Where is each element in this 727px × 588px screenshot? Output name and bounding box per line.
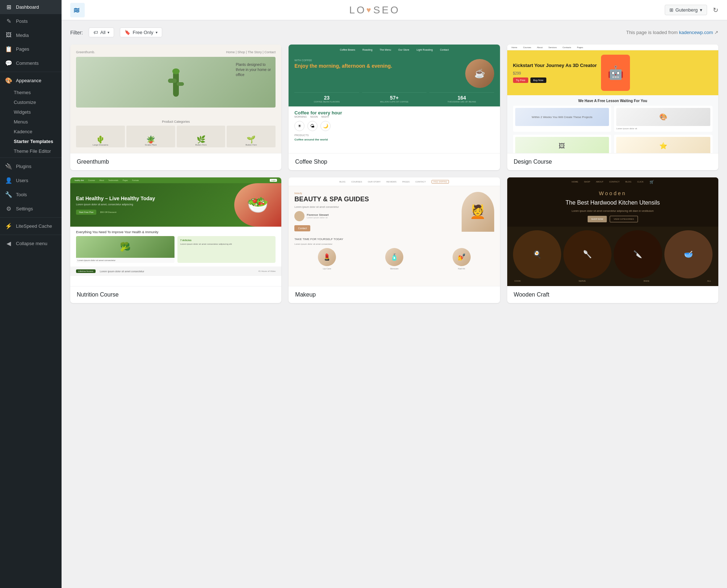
- sidebar-item-plugins[interactable]: 🔌 Plugins: [0, 159, 62, 173]
- sidebar-sub-customize[interactable]: Customize: [0, 97, 62, 107]
- sidebar-item-label: Appearance: [16, 78, 41, 83]
- content-area: Filter: 🏷 All ▾ 🔖 Free Only ▾ This page …: [62, 20, 727, 588]
- sidebar-item-label: Dashboard: [16, 4, 39, 10]
- sidebar-sub-widgets[interactable]: Widgets: [0, 107, 62, 117]
- sidebar-item-label: Comments: [16, 60, 39, 66]
- gutenberg-button[interactable]: ⊞ Gutenberg ▾: [665, 5, 707, 15]
- sidebar-item-settings[interactable]: ⚙ Settings: [0, 202, 62, 216]
- chevron-down-icon: ▾: [108, 30, 109, 34]
- sidebar-item-dashboard[interactable]: ⊞ Dashboard: [0, 0, 62, 14]
- template-title-greenthumb: Greenthumb: [70, 153, 281, 170]
- sidebar-item-label: Plugins: [16, 164, 31, 169]
- sidebar-item-users[interactable]: 👤 Users: [0, 173, 62, 188]
- svg-rect-4: [177, 82, 184, 86]
- page-source-text: This page is loaded from: [626, 30, 677, 35]
- sidebar-item-label: Users: [16, 178, 28, 183]
- media-icon: 🖼: [5, 32, 12, 38]
- tools-icon: 🔧: [5, 191, 12, 198]
- chevron-down-icon: ▾: [700, 7, 702, 13]
- template-card-wooden-craft[interactable]: HOMESHOPABOUTCONTACTBLOGCLICK 🛒 Wooden T…: [507, 177, 718, 303]
- divider: [0, 158, 62, 158]
- template-card-coffee-shop[interactable]: Coffee BeansRoastingThe MenuOur StoreLig…: [289, 45, 500, 170]
- svg-rect-3: [168, 79, 177, 83]
- sidebar-item-label: Posts: [16, 18, 28, 24]
- appearance-icon: 🎨: [5, 77, 12, 84]
- sidebar-item-posts[interactable]: ✎ Posts: [0, 14, 62, 28]
- template-preview-design-course: Home Courses About Services Contacts Pag…: [507, 45, 718, 153]
- filter-free-button[interactable]: 🔖 Free Only ▾: [120, 28, 162, 37]
- sidebar: ⊞ Dashboard ✎ Posts 🖼 Media 📋 Pages 💬 Co…: [0, 0, 62, 588]
- divider: [0, 72, 62, 72]
- pages-icon: 📋: [5, 46, 12, 52]
- kadence-link[interactable]: kadencewp.com: [679, 30, 713, 35]
- logo-text-seo: SEO: [373, 4, 400, 16]
- divider: [0, 217, 62, 218]
- template-title-wooden-craft: Wooden Craft: [507, 286, 718, 303]
- sidebar-item-tools[interactable]: 🔧 Tools: [0, 188, 62, 202]
- comments-icon: 💬: [5, 60, 12, 67]
- filter-bar: Filter: 🏷 All ▾ 🔖 Free Only ▾ This page …: [70, 28, 718, 37]
- collapse-label: Collapse menu: [16, 241, 47, 246]
- template-title-nutrition-course: Nutrition Course: [70, 286, 281, 303]
- template-grid: Greenthumb. Home | Shop | The Story | Co…: [70, 45, 718, 303]
- sidebar-sub-starter-templates[interactable]: Starter Templates: [0, 136, 62, 146]
- template-preview-nutrition-course: healthy diet Courses About Testimonials …: [70, 177, 281, 286]
- template-preview-makeup: BLOGCOURSESOUR STORYREVIEWSPAGESCONTACT …: [289, 177, 500, 286]
- posts-icon: ✎: [5, 18, 12, 25]
- topbar-right: ⊞ Gutenberg ▾ ↻: [665, 5, 718, 15]
- template-preview-coffee-shop: Coffee BeansRoastingThe MenuOur StoreLig…: [289, 45, 500, 153]
- gutenberg-label: Gutenberg: [676, 7, 698, 13]
- bookmark-icon: 🔖: [125, 30, 130, 35]
- sidebar-item-label: Pages: [16, 46, 29, 52]
- svg-text:≋: ≋: [73, 6, 80, 15]
- sidebar-sub-kadence[interactable]: Kadence: [0, 127, 62, 136]
- sidebar-item-comments[interactable]: 💬 Comments: [0, 56, 62, 70]
- logo-heart-icon: ♥: [366, 5, 373, 15]
- divider: [0, 235, 62, 235]
- sidebar-item-appearance[interactable]: 🎨 Appearance: [0, 74, 62, 88]
- template-card-nutrition-course[interactable]: healthy diet Courses About Testimonials …: [70, 177, 281, 303]
- site-logo-icon: ≋: [70, 3, 85, 17]
- filter-left: Filter: 🏷 All ▾ 🔖 Free Only ▾: [70, 28, 162, 37]
- sidebar-item-label: Tools: [16, 192, 27, 197]
- refresh-button[interactable]: ↻: [713, 6, 718, 14]
- topbar: ≋ LO ♥ SEO ⊞ Gutenberg ▾ ↻: [62, 0, 727, 20]
- filter-source-info: This page is loaded from kadencewp.com ↗: [626, 30, 718, 35]
- template-card-greenthumb[interactable]: Greenthumb. Home | Shop | The Story | Co…: [70, 45, 281, 170]
- template-title-design-course: Design Course: [507, 153, 718, 170]
- sidebar-item-label: LiteSpeed Cache: [16, 223, 52, 229]
- sidebar-sub-themes[interactable]: Themes: [0, 88, 62, 97]
- gutenberg-icon: ⊞: [669, 7, 673, 13]
- external-link-icon: ↗: [714, 30, 718, 35]
- tag-icon: 🏷: [93, 30, 98, 35]
- sidebar-sub-theme-file-editor[interactable]: Theme File Editor: [0, 146, 62, 156]
- svg-point-5: [172, 68, 180, 74]
- topbar-logo: ≋: [70, 3, 85, 17]
- plugins-icon: 🔌: [5, 163, 12, 170]
- sidebar-item-litespeed[interactable]: ⚡ LiteSpeed Cache: [0, 219, 62, 233]
- sidebar-item-media[interactable]: 🖼 Media: [0, 28, 62, 42]
- sidebar-item-label: Settings: [16, 206, 33, 211]
- site-title: LO ♥ SEO: [349, 4, 400, 16]
- template-title-makeup: Makeup: [289, 286, 500, 303]
- sidebar-item-pages[interactable]: 📋 Pages: [0, 42, 62, 56]
- sidebar-sub-menus[interactable]: Menus: [0, 117, 62, 127]
- filter-label: Filter:: [70, 30, 83, 35]
- sidebar-item-collapse[interactable]: ◀ Collapse menu: [0, 236, 62, 251]
- filter-all-button[interactable]: 🏷 All ▾: [89, 28, 114, 37]
- template-card-design-course[interactable]: Home Courses About Services Contacts Pag…: [507, 45, 718, 170]
- template-preview-wooden-craft: HOMESHOPABOUTCONTACTBLOGCLICK 🛒 Wooden T…: [507, 177, 718, 286]
- chevron-down-icon: ▾: [156, 30, 157, 34]
- main-area: ≋ LO ♥ SEO ⊞ Gutenberg ▾ ↻ Filter: 🏷 All: [62, 0, 727, 588]
- dashboard-icon: ⊞: [5, 4, 12, 10]
- collapse-icon: ◀: [5, 240, 12, 247]
- filter-free-label: Free Only: [133, 30, 153, 35]
- users-icon: 👤: [5, 177, 12, 184]
- litespeed-icon: ⚡: [5, 223, 12, 230]
- template-title-coffee-shop: Coffee Shop: [289, 153, 500, 170]
- template-preview-greenthumb: Greenthumb. Home | Shop | The Story | Co…: [70, 45, 281, 153]
- logo-text-lo: LO: [349, 4, 366, 16]
- settings-icon: ⚙: [5, 205, 12, 212]
- template-card-makeup[interactable]: BLOGCOURSESOUR STORYREVIEWSPAGESCONTACT …: [289, 177, 500, 303]
- filter-all-label: All: [100, 30, 105, 35]
